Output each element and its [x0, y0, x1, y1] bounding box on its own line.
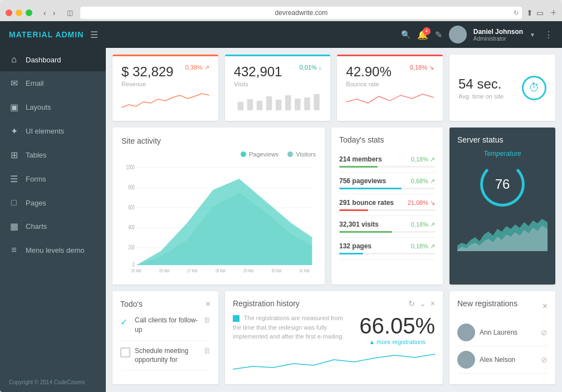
forms-icon: ☰ — [9, 174, 19, 184]
sidebar-item-charts[interactable]: ▦ Charts — [0, 214, 106, 238]
stat-row-members: 214 members 0,18% ↗ — [339, 151, 435, 173]
svg-text:28 Mar: 28 Mar — [215, 268, 226, 273]
notifications-button[interactable]: 🔔 4 — [417, 30, 428, 40]
forward-button[interactable]: › — [51, 7, 58, 18]
address-bar[interactable]: devreadwrite.com ↻ — [80, 7, 522, 19]
visitors-label: Visitors — [296, 151, 316, 158]
svg-text:26 Mar: 26 Mar — [159, 268, 170, 273]
stat-row-bounce: 291 bounce rates 21,08% ↘ — [339, 194, 435, 216]
new-reg-close-button[interactable]: × — [543, 301, 548, 311]
app-container: MATERIAL ADMIN ☰ 🔍 🔔 4 ✎ Daniel Johnson … — [0, 21, 562, 392]
top-bar-actions: 🔍 🔔 4 ✎ Daniel Johnson Administrator ▼ ⋮ — [401, 26, 553, 43]
reg-history-header: Registration history ↻ ⌄ × — [233, 299, 435, 308]
todo-close-button[interactable]: × — [206, 299, 211, 309]
visits-label: Visits — [234, 81, 322, 87]
search-button[interactable]: 🔍 — [401, 30, 410, 39]
user-dropdown-button[interactable]: ▼ — [530, 32, 535, 38]
avg-time-value: 54 sec. — [458, 76, 504, 92]
todo-panel: Todo's × ✓ Call clients for follow-up 🗑 … — [113, 291, 218, 384]
pageviews-label: 756 pageviews — [339, 177, 386, 185]
menu-levels-icon: ≡ — [9, 245, 19, 255]
svg-rect-3 — [266, 96, 272, 110]
url-text: devreadwrite.com — [275, 9, 328, 17]
sidebar-item-forms[interactable]: ☰ Forms — [0, 167, 106, 191]
svg-text:29 Mar: 29 Mar — [243, 268, 254, 273]
sidebar-item-email[interactable]: ✉ Email — [0, 71, 106, 95]
analytics-button[interactable]: ✎ — [435, 30, 442, 40]
minimize-dot[interactable] — [16, 9, 22, 16]
user-name: Daniel Johnson — [473, 28, 523, 36]
sidebar-label-menu-levels: Menu levels demo — [26, 246, 85, 254]
reg-user-name-1: Ann Laurens — [480, 329, 536, 336]
todo-delete-1[interactable]: 🗑 — [203, 316, 211, 324]
sidebar-item-dashboard[interactable]: ⌂ Dashboard — [0, 48, 106, 71]
reg-close-button[interactable]: × — [431, 299, 435, 308]
add-tab-button[interactable]: + — [550, 7, 556, 19]
pages-label: 132 pages — [339, 242, 372, 250]
sidebar-item-tables[interactable]: ⊞ Tables — [0, 143, 106, 167]
visits-change: 0,01% ↓ — [300, 64, 322, 71]
todo-checkmark-1[interactable]: ✓ — [120, 317, 130, 327]
svg-text:200: 200 — [128, 244, 134, 251]
svg-rect-5 — [285, 95, 291, 110]
todo-delete-2[interactable]: 🗑 — [203, 346, 211, 355]
members-change: 0,18% ↗ — [411, 156, 435, 163]
maximize-dot[interactable] — [26, 9, 32, 16]
window-toggle-button[interactable]: ◫ — [64, 8, 76, 18]
reg-desc-text: The registrations are measured from the … — [233, 315, 344, 340]
site-activity-panel: Site activity Pageviews Visitors — [113, 128, 325, 285]
hamburger-button[interactable]: ☰ — [90, 30, 98, 40]
sidebar: ⌂ Dashboard ✉ Email ▣ Layouts ✦ UI eleme… — [0, 48, 106, 392]
pageviews-label: Pageviews — [249, 151, 278, 158]
sidebar-item-pages[interactable]: □ Pages — [0, 191, 106, 214]
reg-user-action-2[interactable]: ⊘ — [541, 355, 548, 364]
reg-history-title: Registration history — [233, 299, 300, 308]
layouts-icon: ▣ — [9, 102, 19, 112]
reg-refresh-button[interactable]: ↻ — [408, 299, 415, 308]
svg-rect-4 — [276, 100, 282, 110]
legend-visitors: Visitors — [287, 151, 316, 158]
user-role: Administrator — [473, 36, 523, 42]
reg-user-action-1[interactable]: ⊘ — [541, 328, 548, 337]
todo-checkbox-2[interactable] — [120, 347, 130, 357]
svg-text:25 Mar: 25 Mar — [131, 268, 141, 273]
reg-user-name-2: Alex Nelson — [480, 356, 536, 364]
todays-stats-title: Today's stats — [339, 135, 435, 144]
stat-cards-row: $ 32,829 0,38% ↗ Revenue 432,901 0,01% ↓ — [113, 55, 555, 121]
todo-title: Todo's — [120, 300, 143, 308]
svg-rect-6 — [295, 99, 301, 110]
reload-button[interactable]: ↻ — [514, 9, 519, 17]
close-dot[interactable] — [6, 9, 12, 16]
revenue-label: Revenue — [121, 81, 209, 87]
revenue-sparkline — [121, 91, 209, 113]
legend-pageviews: Pageviews — [241, 151, 278, 158]
duplicate-button[interactable]: ▭ — [536, 8, 544, 17]
svg-rect-1 — [247, 99, 253, 110]
sidebar-item-layouts[interactable]: ▣ Layouts — [0, 95, 106, 119]
pages-change: 0,18% ↗ — [411, 243, 435, 250]
avatar — [449, 26, 467, 43]
visits-value: 432,901 — [234, 64, 282, 80]
reg-user-1: Ann Laurens ⊘ — [457, 319, 548, 346]
revenue-change: 0,38% ↗ — [185, 64, 209, 71]
reg-history-body: The registrations are measured from the … — [233, 313, 435, 345]
sidebar-label-email: Email — [26, 79, 44, 87]
svg-text:600: 600 — [128, 204, 134, 211]
server-chart — [457, 212, 548, 251]
reg-user-2: Alex Nelson ⊘ — [457, 346, 548, 374]
reg-toggle-button[interactable]: ⌄ — [419, 299, 426, 308]
sidebar-label-dashboard: Dashboard — [26, 56, 61, 64]
visits-card: 432,901 0,01% ↓ Visits — [225, 55, 331, 121]
user-info: Daniel Johnson Administrator — [473, 28, 523, 42]
sidebar-label-ui-elements: UI elements — [26, 127, 64, 135]
chart-legend: Pageviews Visitors — [121, 151, 316, 158]
main-content: $ 32,829 0,38% ↗ Revenue 432,901 0,01% ↓ — [106, 48, 562, 392]
more-button[interactable]: ⋮ — [544, 30, 553, 40]
bounce-sparkline — [346, 91, 434, 113]
sidebar-item-menu-levels[interactable]: ≡ Menu levels demo — [0, 238, 106, 262]
back-button[interactable]: ‹ — [41, 7, 48, 18]
server-status-title: Server status — [457, 135, 548, 144]
bottom-row: Todo's × ✓ Call clients for follow-up 🗑 … — [113, 291, 555, 384]
share-button[interactable]: ⬆ — [526, 8, 533, 17]
sidebar-item-ui-elements[interactable]: ✦ UI elements — [0, 119, 106, 143]
